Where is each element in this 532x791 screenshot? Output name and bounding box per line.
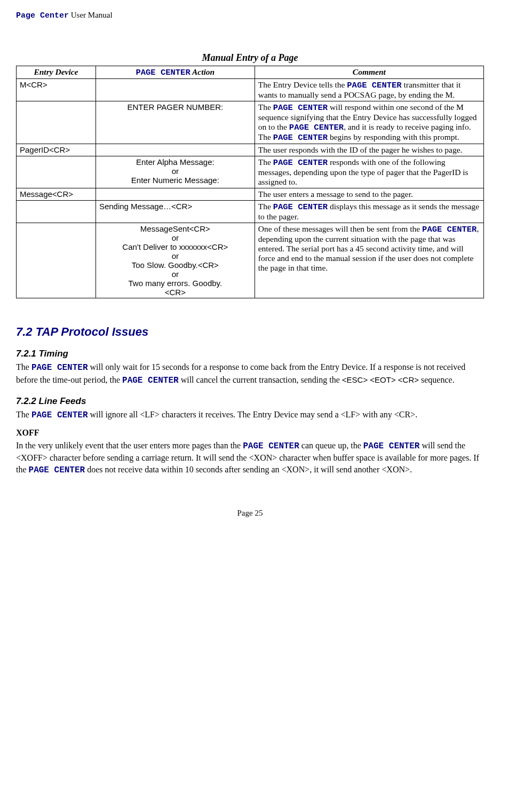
pc-ref: PAGE CENTER	[31, 363, 88, 373]
cell-entry: PagerID<CR>	[17, 144, 96, 156]
cell-comment: The Entry Device tells the PAGE CENTER t…	[255, 79, 483, 101]
section-7-2-2-body: The PAGE CENTER will ignore all <LF> cha…	[16, 409, 484, 422]
text: will ignore all <LF> characters it recei…	[88, 410, 418, 419]
th-action-pc: PAGE CENTER	[136, 68, 190, 77]
table-row: Sending Message…<CR> The PAGE CENTER dis…	[17, 201, 484, 223]
th-action-suffix: Action	[190, 67, 215, 76]
cell-action: MessageSent<CR> or Can't Deliver to xxxx…	[96, 223, 255, 298]
text: does not receive data within 10 seconds …	[85, 465, 412, 474]
table-row: ENTER PAGER NUMBER: The PAGE CENTER will…	[17, 101, 484, 144]
xoff-heading: XOFF	[16, 428, 484, 438]
table-row: Enter Alpha Message: or Enter Numeric Me…	[17, 156, 484, 188]
table-caption: Manual Entry of a Page	[16, 52, 484, 64]
cell-action	[96, 79, 255, 101]
text: The	[258, 102, 273, 112]
cell-comment: The user enters a message to send to the…	[255, 188, 483, 201]
cell-entry: Message<CR>	[17, 188, 96, 201]
product-name: Page Center	[16, 11, 69, 20]
pc-ref: PAGE CENTER	[289, 123, 344, 132]
action-line: Too Slow. Goodby.<CR>	[99, 260, 251, 270]
cell-action	[96, 188, 255, 201]
section-7-2-2-heading: 7.2.2 Line Feeds	[16, 396, 484, 407]
page-number: Page 25	[16, 509, 484, 518]
action-line: Two many errors. Goodby.	[99, 279, 251, 288]
escape-seq: <ESC> <EOT> <CR>	[342, 375, 419, 384]
cell-action: ENTER PAGER NUMBER:	[96, 101, 255, 144]
table-row: Message<CR> The user enters a message to…	[17, 188, 484, 201]
cell-action: Enter Alpha Message: or Enter Numeric Me…	[96, 156, 255, 188]
pc-ref: PAGE CENTER	[122, 376, 179, 385]
cell-comment: The PAGE CENTER displays this message as…	[255, 201, 483, 223]
text: The	[258, 202, 273, 211]
pc-ref: PAGE CENTER	[422, 225, 477, 234]
section-7-2-1-heading: 7.2.1 Timing	[16, 349, 484, 359]
section-7-2-1-body: The PAGE CENTER will only wait for 15 se…	[16, 361, 484, 386]
text: will cancel the current transaction, sen…	[179, 375, 342, 384]
section-7-2-heading: 7.2 TAP Protocol Issues	[16, 325, 484, 339]
page-header: Page Center User Manual	[16, 11, 484, 20]
pc-ref: PAGE CENTER	[273, 158, 328, 168]
text: The	[16, 410, 31, 419]
pc-ref: PAGE CENTER	[29, 465, 85, 475]
text: sequence.	[419, 375, 455, 384]
pc-ref: PAGE CENTER	[31, 410, 88, 420]
pc-ref: PAGE CENTER	[273, 103, 328, 113]
cell-comment: The PAGE CENTER will respond within one …	[255, 101, 483, 144]
cell-entry	[17, 101, 96, 144]
header-suffix: User Manual	[69, 11, 113, 19]
action-line: Enter Numeric Message:	[99, 176, 251, 185]
th-action: PAGE CENTER Action	[96, 66, 255, 79]
text: In the very unlikely event that the user…	[16, 441, 243, 450]
text: The	[16, 362, 31, 371]
pc-ref: PAGE CENTER	[273, 202, 328, 212]
table-row: M<CR> The Entry Device tells the PAGE CE…	[17, 79, 484, 101]
table-row: MessageSent<CR> or Can't Deliver to xxxx…	[17, 223, 484, 298]
text: begins by responding with this prompt.	[328, 132, 459, 141]
cell-entry	[17, 223, 96, 298]
xoff-body: In the very unlikely event that the user…	[16, 440, 484, 477]
cell-entry: M<CR>	[17, 79, 96, 101]
cell-comment: The user responds with the ID of the pag…	[255, 144, 483, 156]
th-entry: Entry Device	[17, 66, 96, 79]
cell-action	[96, 144, 255, 156]
pc-ref: PAGE CENTER	[243, 441, 299, 451]
text: The	[258, 157, 273, 167]
action-line: or	[99, 251, 251, 260]
action-line: or	[99, 167, 251, 176]
text: can queue up, the	[299, 441, 363, 450]
cell-comment: One of these messages will then be sent …	[255, 223, 483, 298]
table-row: PagerID<CR> The user responds with the I…	[17, 144, 484, 156]
cell-entry	[17, 201, 96, 223]
cell-action: Sending Message…<CR>	[96, 201, 255, 223]
pc-ref: PAGE CENTER	[363, 441, 420, 451]
th-comment: Comment	[255, 66, 483, 79]
cell-entry	[17, 156, 96, 188]
action-line: or	[99, 270, 251, 279]
cell-comment: The PAGE CENTER responds with one of the…	[255, 156, 483, 188]
action-line: <CR>	[99, 288, 251, 297]
text: One of these messages will then be sent …	[258, 224, 422, 233]
text: The Entry Device tells the	[258, 80, 347, 89]
action-line: Enter Alpha Message:	[99, 157, 251, 167]
manual-entry-table: Entry Device PAGE CENTER Action Comment …	[16, 66, 484, 298]
action-line: MessageSent<CR>	[99, 224, 251, 233]
pc-ref: PAGE CENTER	[273, 133, 328, 143]
pc-ref: PAGE CENTER	[347, 81, 401, 90]
table-header-row: Entry Device PAGE CENTER Action Comment	[17, 66, 484, 79]
action-line: Can't Deliver to xxxxxxx<CR>	[99, 242, 251, 251]
action-line: or	[99, 233, 251, 242]
